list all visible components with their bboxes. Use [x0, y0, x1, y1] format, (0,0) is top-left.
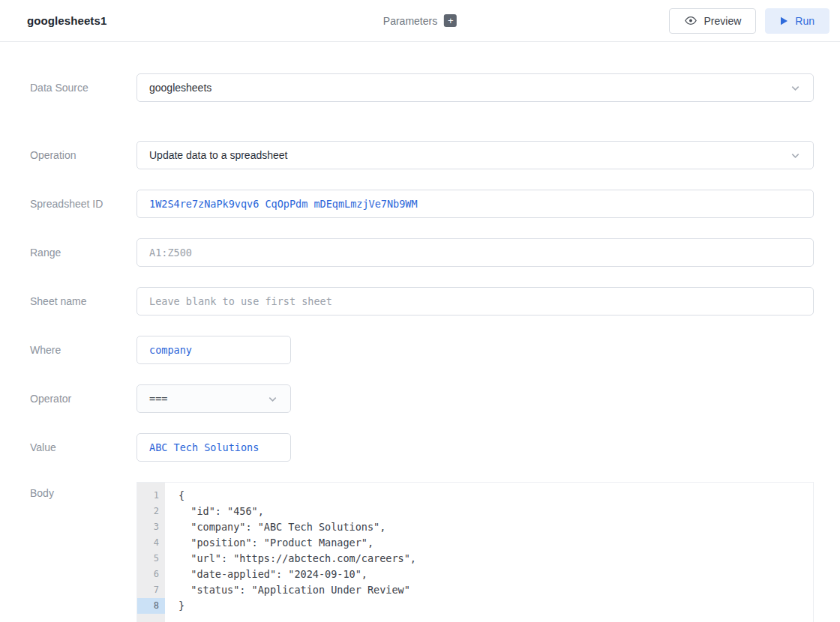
line-number: 3: [137, 519, 165, 535]
row-sheet-name: Sheet name: [0, 287, 840, 315]
parameters-label: Parameters: [383, 15, 437, 27]
operation-value: Update data to a spreadsheet: [149, 149, 287, 161]
operator-label: Operator: [0, 384, 136, 413]
sheet-name-label: Sheet name: [0, 287, 136, 315]
code-line[interactable]: }: [178, 598, 813, 614]
row-operation: Operation Update data to a spreadsheet: [0, 141, 840, 169]
where-input[interactable]: [149, 344, 278, 356]
run-button-label: Run: [795, 15, 814, 27]
row-value: Value: [0, 433, 840, 462]
value-input[interactable]: [149, 441, 278, 453]
row-range: Range: [0, 238, 840, 267]
chevron-down-icon: [267, 393, 278, 405]
line-number: 2: [137, 504, 165, 519]
header: googlesheets1 Parameters + Preview Run: [0, 0, 840, 42]
code-line[interactable]: {: [178, 488, 813, 504]
body-label: Body: [0, 482, 136, 622]
preview-button[interactable]: Preview: [669, 8, 757, 34]
body-code-editor[interactable]: 12345678 { "id": "456", "company": "ABC …: [136, 482, 814, 622]
row-operator: Operator ===: [0, 384, 840, 413]
line-number: 6: [137, 567, 165, 582]
line-number: 4: [137, 535, 165, 551]
where-label: Where: [0, 336, 136, 364]
line-number: 5: [137, 551, 165, 567]
spreadsheet-id-label: Spreadsheet ID: [0, 190, 136, 218]
parameters-group: Parameters +: [383, 14, 457, 27]
header-actions: Preview Run: [669, 8, 830, 34]
row-data-source: Data Source googlesheets: [0, 73, 840, 102]
line-number: 7: [137, 582, 165, 598]
code-line[interactable]: "url": "https://abctech.com/careers",: [178, 551, 813, 567]
step-title: googlesheets1: [27, 14, 106, 27]
code-line[interactable]: "date-applied": "2024-09-10",: [178, 567, 813, 582]
data-source-select[interactable]: googlesheets: [136, 73, 814, 102]
data-source-label: Data Source: [0, 73, 136, 102]
spreadsheet-id-input[interactable]: [149, 198, 801, 210]
data-source-value: googlesheets: [149, 82, 212, 94]
code-line[interactable]: "company": "ABC Tech Solutions",: [178, 519, 813, 535]
line-number: 8: [137, 598, 165, 614]
value-label: Value: [0, 433, 136, 462]
eye-icon: [684, 16, 698, 25]
preview-button-label: Preview: [704, 15, 742, 27]
chevron-down-icon: [790, 150, 801, 161]
code-gutter: 12345678: [137, 483, 165, 622]
range-label: Range: [0, 238, 136, 267]
row-spreadsheet-id: Spreadsheet ID: [0, 190, 840, 218]
code-line[interactable]: "id": "456",: [178, 504, 813, 519]
operator-value: ===: [149, 393, 167, 405]
row-body: Body 12345678 { "id": "456", "company": …: [0, 482, 840, 622]
chevron-down-icon: [790, 82, 801, 94]
code-line[interactable]: "position": "Product Manager",: [178, 535, 813, 551]
code-lines[interactable]: { "id": "456", "company": "ABC Tech Solu…: [165, 483, 813, 622]
range-input[interactable]: [149, 247, 801, 259]
row-where: Where: [0, 336, 840, 364]
operator-select[interactable]: ===: [136, 384, 291, 413]
run-button[interactable]: Run: [765, 8, 830, 34]
operation-label: Operation: [0, 141, 136, 169]
code-line[interactable]: "status": "Application Under Review": [178, 582, 813, 598]
line-number: 1: [137, 488, 165, 504]
parameters-form: Data Source googlesheets Operation Updat…: [0, 42, 840, 622]
play-icon: [780, 16, 788, 25]
add-parameter-button[interactable]: +: [444, 14, 457, 27]
sheet-name-input[interactable]: [149, 295, 801, 307]
operation-select[interactable]: Update data to a spreadsheet: [136, 141, 814, 169]
